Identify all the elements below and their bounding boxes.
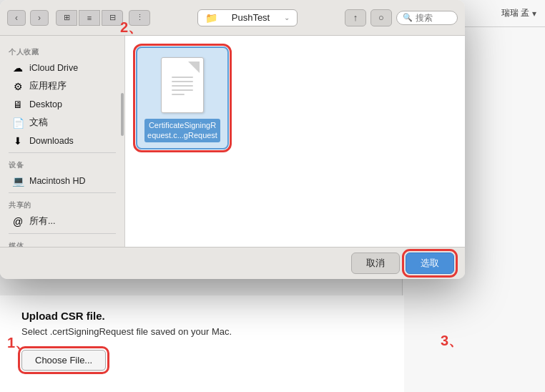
share-icon: ↑ — [353, 12, 358, 23]
apps-label: 应用程序 — [29, 80, 67, 92]
icloud-icon: ☁ — [11, 62, 24, 74]
view-list-button[interactable]: ≡ — [79, 10, 100, 26]
sidebar-section-devices: 设备 — [0, 156, 124, 172]
search-icon: 🔍 — [403, 13, 413, 22]
file-open-dialog: ‹ › ⊞ ≡ ⊟ ⋮ 📁 PushTest ⌄ — [0, 0, 465, 279]
cancel-button[interactable]: 取消 — [351, 253, 400, 274]
file-icon-body — [161, 57, 204, 113]
sidebar-scrollbar[interactable] — [121, 93, 124, 136]
dialog-body: 个人收藏 ☁ iCloud Drive ⚙ 应用程序 🖥 Desktop 📄 文… — [0, 36, 465, 247]
sidebar-item-docs[interactable]: 📄 文稿 — [3, 114, 122, 132]
search-bar[interactable]: 🔍 — [396, 11, 458, 25]
sidebar-divider-3 — [9, 233, 116, 234]
columns-view-icon: ⊟ — [109, 13, 116, 22]
view-icon-button[interactable]: ⊞ — [56, 10, 77, 26]
file-icon-lines — [172, 77, 193, 98]
location-selector[interactable]: 📁 PushTest ⌄ — [197, 9, 298, 26]
user-name: 瑞瑞 孟 — [501, 7, 529, 19]
sidebar-item-all[interactable]: @ 所有... — [3, 212, 122, 230]
location-bar: 📁 PushTest ⌄ — [154, 9, 340, 26]
search-input[interactable] — [416, 13, 451, 23]
desktop-icon: 🖥 — [11, 99, 24, 110]
forward-icon: › — [38, 13, 41, 23]
icloud-label: iCloud Drive — [29, 63, 78, 73]
downloads-label: Downloads — [29, 136, 74, 146]
file-name-label: CertificateSigningR equest.c...gRequest — [144, 119, 220, 142]
apps-icon: ⚙ — [11, 81, 24, 92]
sidebar-section-favorites: 个人收藏 — [0, 43, 124, 59]
sidebar-item-downloads[interactable]: ⬇ Downloads — [3, 132, 122, 150]
step-2-badge: 2、 — [120, 18, 142, 37]
docs-label: 文稿 — [29, 117, 48, 129]
tag-icon: ○ — [378, 12, 384, 23]
sidebar-section-shared: 共享的 — [0, 196, 124, 212]
upload-subtitle: Select .certSigningRequest file saved on… — [21, 326, 383, 337]
step-3-badge: 3、 — [441, 331, 463, 351]
file-line-3 — [172, 85, 193, 87]
upload-csr-section: Upload CSR file. Select .certSigningRequ… — [0, 295, 404, 392]
view-mode-buttons: ⊞ ≡ ⊟ — [56, 10, 123, 26]
list-view-icon: ≡ — [87, 14, 92, 22]
file-browser-main: CertificateSigningR equest.c...gRequest — [125, 36, 465, 247]
sidebar-item-desktop[interactable]: 🖥 Desktop — [3, 96, 122, 113]
toolbar-actions: ↑ ○ 🔍 — [345, 9, 458, 26]
macintosh-icon: 💻 — [11, 175, 24, 187]
choose-button[interactable]: 选取 — [406, 253, 454, 274]
location-chevron-icon: ⌄ — [284, 14, 290, 21]
step-1-badge: 1、 — [7, 333, 29, 353]
sidebar-divider-2 — [9, 192, 116, 193]
downloads-icon: ⬇ — [11, 135, 24, 147]
upload-title: Upload CSR file. — [21, 310, 383, 322]
docs-icon: 📄 — [11, 117, 24, 129]
file-icon-shape — [157, 54, 207, 114]
sidebar-item-icloud[interactable]: ☁ iCloud Drive — [3, 59, 122, 77]
sidebar-item-apps[interactable]: ⚙ 应用程序 — [3, 77, 122, 95]
dialog-footer: 取消 选取 — [0, 247, 465, 279]
folder-icon: 📁 — [205, 12, 217, 24]
user-dropdown-icon[interactable]: ▾ — [532, 9, 536, 19]
file-line-4 — [172, 89, 193, 91]
share-button[interactable]: ↑ — [345, 9, 366, 26]
location-name: PushTest — [232, 12, 270, 23]
tag-button[interactable]: ○ — [370, 9, 392, 26]
sidebar-section-media: 媒体 — [0, 237, 124, 247]
all-label: 所有... — [29, 215, 55, 227]
back-icon: ‹ — [15, 13, 18, 23]
file-line-1 — [172, 77, 193, 78]
dialog-toolbar: ‹ › ⊞ ≡ ⊟ ⋮ 📁 PushTest ⌄ — [0, 0, 465, 36]
desktop-label: Desktop — [29, 99, 62, 109]
file-icon-fold — [188, 62, 200, 73]
sidebar-divider-1 — [9, 152, 116, 153]
macintosh-label: Macintosh HD — [29, 176, 86, 186]
sidebar-item-macintosh[interactable]: 💻 Macintosh HD — [3, 172, 122, 190]
sidebar: 个人收藏 ☁ iCloud Drive ⚙ 应用程序 🖥 Desktop 📄 文… — [0, 36, 125, 247]
file-line-5 — [172, 94, 185, 95]
file-item-csr[interactable]: CertificateSigningR equest.c...gRequest — [136, 46, 229, 150]
forward-button[interactable]: › — [30, 10, 49, 26]
icon-view-icon: ⊞ — [64, 13, 70, 22]
shared-icon: @ — [11, 216, 24, 227]
file-line-2 — [172, 81, 193, 82]
choose-file-button[interactable]: Choose File... — [21, 350, 106, 371]
back-button[interactable]: ‹ — [7, 10, 26, 26]
